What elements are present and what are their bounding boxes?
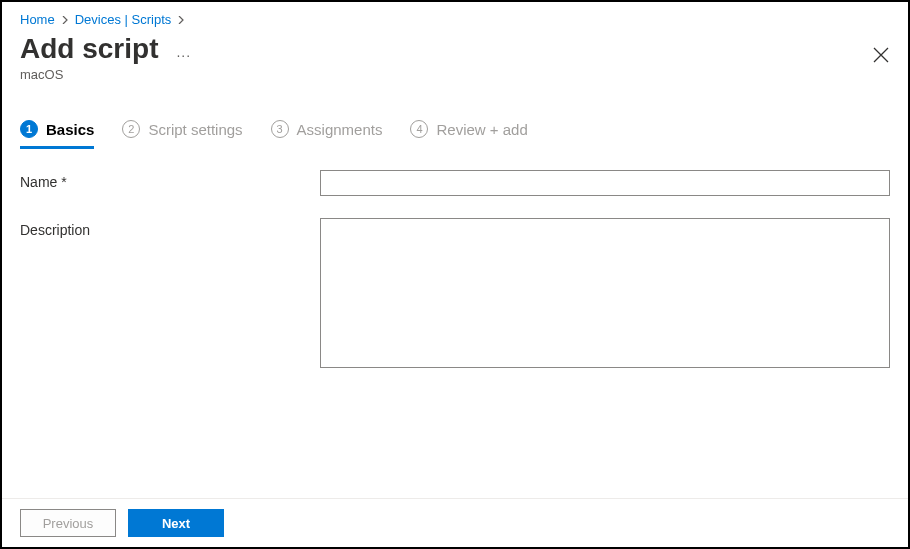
step-label: Review + add: [436, 121, 527, 138]
step-label: Script settings: [148, 121, 242, 138]
step-number: 4: [410, 120, 428, 138]
step-label: Assignments: [297, 121, 383, 138]
previous-button[interactable]: Previous: [20, 509, 116, 537]
chevron-right-icon: [177, 16, 185, 24]
step-review-add[interactable]: 4 Review + add: [410, 120, 527, 148]
breadcrumb-devices-scripts[interactable]: Devices | Scripts: [75, 12, 172, 27]
wizard-steps: 1 Basics 2 Script settings 3 Assignments…: [20, 120, 890, 148]
step-number: 3: [271, 120, 289, 138]
step-label: Basics: [46, 121, 94, 138]
name-label: Name *: [20, 170, 320, 196]
step-assignments[interactable]: 3 Assignments: [271, 120, 383, 148]
description-textarea[interactable]: [320, 218, 890, 368]
breadcrumb-home[interactable]: Home: [20, 12, 55, 27]
page-title: Add script: [20, 33, 158, 65]
step-number: 2: [122, 120, 140, 138]
step-basics[interactable]: 1 Basics: [20, 120, 94, 149]
name-input[interactable]: [320, 170, 890, 196]
close-button[interactable]: [872, 46, 890, 67]
page-frame: Home Devices | Scripts Add script ··· ma…: [0, 0, 910, 549]
step-script-settings[interactable]: 2 Script settings: [122, 120, 242, 148]
breadcrumb: Home Devices | Scripts: [20, 12, 890, 27]
next-button[interactable]: Next: [128, 509, 224, 537]
chevron-right-icon: [61, 16, 69, 24]
step-number: 1: [20, 120, 38, 138]
more-actions-button[interactable]: ···: [176, 47, 191, 63]
page-subtitle: macOS: [20, 67, 890, 82]
wizard-footer: Previous Next: [2, 498, 908, 547]
description-label: Description: [20, 218, 320, 371]
